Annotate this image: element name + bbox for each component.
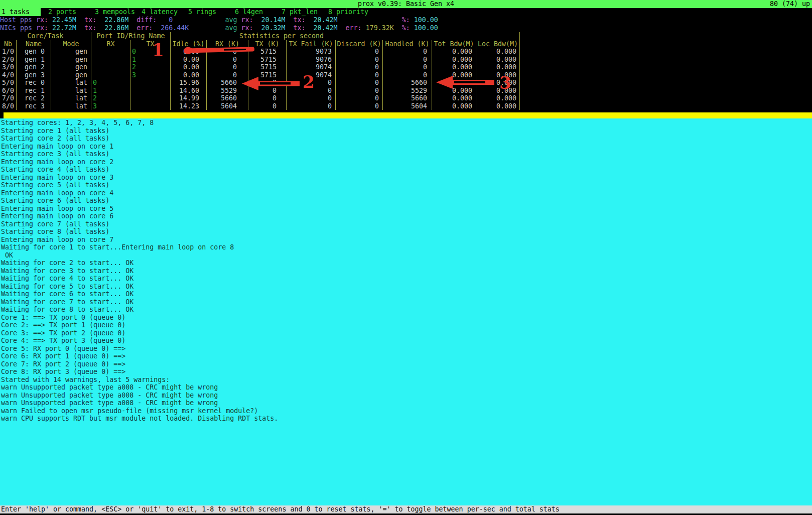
table-cell: 6/0 (0, 87, 17, 95)
table-cell: 0 (287, 94, 336, 102)
table-cell: 0 (336, 102, 383, 110)
tab-latency[interactable]: 4 latency (140, 8, 187, 16)
column-header: TX (K) (248, 40, 287, 48)
table-cell: 9076 (287, 56, 336, 64)
stats-table: Core/Task Port ID/Ring Name Statistics p… (0, 32, 520, 110)
table-cell: 3/0 (0, 63, 17, 71)
table-cell: 0 (383, 56, 432, 64)
table-cell: 0 (130, 48, 171, 56)
nics-pps-line: NICs pps rx: 22.72M tx: 22.86M err: 266.… (0, 24, 438, 32)
table-cell: 0 (207, 56, 248, 64)
table-cell: 0 (336, 63, 383, 71)
table-cell: 0 (248, 79, 287, 87)
column-header: RX (K) (207, 40, 248, 48)
table-cell (91, 48, 130, 56)
yellow-separator-bar (4, 112, 812, 118)
table-cell: rec 3 (17, 102, 51, 110)
tab-tasks[interactable]: 1 tasks (0, 8, 41, 16)
table-cell: 8/0 (0, 102, 17, 110)
table-cell: 2 (130, 63, 171, 71)
table-cell: 5604 (207, 102, 248, 110)
log-line: Starting core 5 (all tasks) (1, 181, 812, 189)
table-cell: 0 (383, 71, 432, 79)
table-cell: gen 1 (17, 56, 51, 64)
log-line: Waiting for core 1 to start...Entering m… (1, 243, 812, 251)
table-cell: 9074 (287, 71, 336, 79)
log-line: Starting core 1 (all tasks) (1, 127, 812, 135)
group-header-port-ring: Port ID/Ring Name (91, 32, 171, 40)
table-cell: 0 (336, 94, 383, 102)
log-line: warn Unsupported packet type a008 - CRC … (1, 399, 812, 407)
table-cell: 3 (91, 102, 130, 110)
group-header-statistics: Statistics per second (171, 32, 520, 40)
log-line: Starting core 6 (all tasks) (1, 197, 812, 205)
log-line: Waiting for core 7 to start... OK (1, 298, 812, 306)
log-line: warn CPU supports RDT but msr module not… (1, 415, 812, 423)
table-cell: 5715 (248, 56, 287, 64)
table-cell: 5604 (383, 102, 432, 110)
table-cell: gen (51, 48, 91, 56)
table-cell: rec 1 (17, 87, 51, 95)
table-cell: 0.00 (171, 71, 207, 79)
tab-ports[interactable]: 2 ports (47, 8, 93, 16)
table-cell: 2 (91, 94, 130, 102)
table-cell: 0.00 (171, 63, 207, 71)
tab-rings[interactable]: 5 rings (187, 8, 233, 16)
table-cell: 0.000 (476, 63, 520, 71)
prox-terminal[interactable]: prox v0.39: Basic Gen x4 80 (74) up 1 ta… (0, 0, 812, 515)
table-cell: lat (51, 94, 91, 102)
log-line: Waiting for core 8 to start... OK (1, 306, 812, 314)
table-cell: 0 (207, 48, 248, 56)
log-line: Core 2: ==> TX port 1 (queue 0) (1, 321, 812, 329)
table-cell: 2/0 (0, 56, 17, 64)
table-cell: 3 (130, 71, 171, 79)
log-line: Started with 14 warnings, last 5 warning… (1, 376, 812, 384)
log-line: Entering main loop on core 2 (1, 158, 812, 166)
tab-pkt_len[interactable]: 7 pkt_len (280, 8, 327, 16)
status-bar-text: Enter 'help' or command, <ESC> or 'quit'… (0, 505, 812, 513)
tab-mempools[interactable]: 3 mempools (93, 8, 140, 16)
table-cell: 0.000 (432, 94, 476, 102)
table-cell: 0 (336, 56, 383, 64)
tab-bar: 1 tasks2 ports3 mempools4 latency5 rings… (0, 8, 812, 16)
log-line: Entering main loop on core 1 (1, 143, 812, 151)
table-cell: 0 (336, 87, 383, 95)
table-cell: 5715 (248, 48, 287, 56)
table-cell (91, 63, 130, 71)
log-line: Entering main loop on core 7 (1, 236, 812, 244)
table-cell: 0 (287, 79, 336, 87)
app-title: prox v0.39: Basic Gen x4 (0, 0, 812, 8)
table-cell: 5529 (207, 87, 248, 95)
table-cell: 0.000 (432, 87, 476, 95)
table-cell: 5660 (383, 79, 432, 87)
log-line: Waiting for core 2 to start... OK (1, 259, 812, 267)
stats-table-grid: NbNameModeRXTXIdle (%)RX (K)TX (K)TX Fai… (0, 40, 520, 110)
log-line: Waiting for core 3 to start... OK (1, 267, 812, 275)
table-cell: 5529 (383, 87, 432, 95)
table-cell: 5715 (248, 71, 287, 79)
table-cell: 0.00 (171, 56, 207, 64)
table-cell: 0 (91, 79, 130, 87)
log-line: Core 5: RX port 0 (queue 0) ==> (1, 345, 812, 353)
table-cell: 14.99 (171, 94, 207, 102)
tab-l4gen[interactable]: 6 l4gen (233, 8, 280, 16)
log-line: Starting core 8 (all tasks) (1, 228, 812, 236)
table-cell: 7/0 (0, 94, 17, 102)
tab-priority[interactable]: 8 priority (327, 8, 373, 16)
log-line: Starting core 3 (all tasks) (1, 150, 812, 158)
table-cell: lat (51, 79, 91, 87)
log-line: Starting core 2 (all tasks) (1, 135, 812, 143)
log-line: Entering main loop on core 6 (1, 212, 812, 220)
table-cell: 1 (91, 87, 130, 95)
column-header: Tot Bdw(M) (432, 40, 476, 48)
table-cell: 0.000 (432, 63, 476, 71)
table-cell: 0.000 (476, 87, 520, 95)
log-line: Core 1: ==> TX port 0 (queue 0) (1, 314, 812, 322)
log-line: warn Unsupported packet type a008 - CRC … (1, 392, 812, 400)
table-cell: 0.000 (432, 79, 476, 87)
column-header: Loc Bdw(M) (476, 40, 520, 48)
table-cell: 9073 (287, 48, 336, 56)
log-line: Waiting for core 6 to start... OK (1, 290, 812, 298)
table-cell: gen (51, 56, 91, 64)
table-cell: 0 (248, 94, 287, 102)
